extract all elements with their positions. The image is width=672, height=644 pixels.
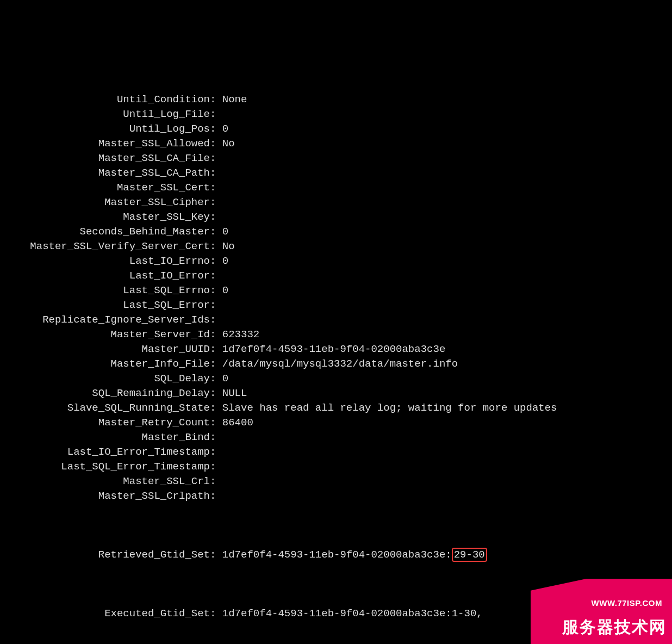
status-row: Seconds_Behind_Master: 0 bbox=[3, 225, 669, 239]
field-value: No bbox=[222, 138, 235, 150]
field-label: Last_SQL_Error bbox=[3, 298, 210, 313]
field-label: SQL_Remaining_Delay bbox=[3, 386, 210, 401]
status-row: Last_SQL_Errno: 0 bbox=[3, 283, 669, 298]
status-row: Slave_SQL_Running_State: Slave has read … bbox=[3, 401, 669, 416]
status-row: Master_Server_Id: 623332 bbox=[3, 327, 669, 342]
field-value: No bbox=[222, 240, 235, 252]
field-label: Seconds_Behind_Master bbox=[3, 225, 210, 239]
status-row: Master_SSL_Crl: bbox=[3, 474, 669, 489]
status-row: Master_SSL_Allowed: No bbox=[3, 137, 669, 151]
status-row: Until_Log_File: bbox=[3, 107, 669, 122]
field-label: Until_Log_File bbox=[3, 107, 210, 122]
field-label: Until_Log_Pos bbox=[3, 122, 210, 137]
status-row: Master_SSL_Verify_Server_Cert: No bbox=[3, 239, 669, 254]
status-row: Last_IO_Error: bbox=[3, 269, 669, 283]
status-row: Replicate_Ignore_Server_Ids: bbox=[3, 313, 669, 327]
highlighted-gtid-range: 29-30 bbox=[452, 548, 487, 562]
field-label: Last_IO_Errno bbox=[3, 254, 210, 269]
status-row: Master_SSL_Crlpath: bbox=[3, 489, 669, 504]
field-label: Master_Bind bbox=[3, 430, 210, 445]
field-label: Master_SSL_CA_Path bbox=[3, 166, 210, 181]
field-label: Master_SSL_Cipher bbox=[3, 195, 210, 210]
field-label: Last_IO_Error bbox=[3, 269, 210, 283]
field-value: 1d7ef0f4-4593-11eb-9f04-02000aba3c3e:1-3… bbox=[222, 608, 483, 620]
field-value: 623332 bbox=[222, 329, 259, 340]
field-label: Master_SSL_Crl bbox=[3, 474, 210, 489]
field-value: Slave has read all relay log; waiting fo… bbox=[222, 402, 557, 414]
status-row: SQL_Delay: 0 bbox=[3, 371, 669, 386]
field-label: SQL_Delay bbox=[3, 371, 210, 386]
field-value: 0 bbox=[222, 284, 228, 296]
field-value: 1d7ef0f4-4593-11eb-9f04-02000aba3c3e:29-… bbox=[222, 549, 487, 561]
field-label: Last_IO_Error_Timestamp bbox=[3, 445, 210, 460]
status-row: Master_SSL_CA_File: bbox=[3, 151, 669, 166]
field-label: Last_SQL_Errno bbox=[3, 283, 210, 298]
field-label: Until_Condition bbox=[3, 92, 210, 107]
status-row: Master_SSL_Key: bbox=[3, 210, 669, 225]
status-row: Master_UUID: 1d7ef0f4-4593-11eb-9f04-020… bbox=[3, 342, 669, 357]
field-value: /data/mysql/mysql3332/data/master.info bbox=[222, 358, 458, 370]
status-row: Last_SQL_Error: bbox=[3, 298, 669, 313]
field-label: Master_SSL_Crlpath bbox=[3, 489, 210, 504]
field-label: Master_Retry_Count bbox=[3, 416, 210, 430]
field-label: Master_Server_Id bbox=[3, 327, 210, 342]
field-label: Master_SSL_Verify_Server_Cert bbox=[3, 239, 210, 254]
field-label: Master_SSL_CA_File bbox=[3, 151, 210, 166]
field-value: 0 bbox=[222, 226, 228, 238]
field-value: 1d7ef0f4-4593-11eb-9f04-02000aba3c3e bbox=[222, 343, 445, 355]
field-label: Replicate_Ignore_Server_Ids bbox=[3, 313, 210, 327]
field-value: 86400 bbox=[222, 417, 253, 429]
field-label: Master_SSL_Key bbox=[3, 210, 210, 225]
status-row: Last_IO_Error_Timestamp: bbox=[3, 445, 669, 460]
field-value: NULL bbox=[222, 387, 247, 399]
terminal-output[interactable]: Until_Condition: NoneUntil_Log_File: Unt… bbox=[0, 59, 672, 644]
field-label: Master_SSL_Allowed bbox=[3, 137, 210, 151]
field-label: Last_SQL_Error_Timestamp bbox=[3, 460, 210, 474]
field-value: 0 bbox=[222, 373, 228, 385]
field-label: Retrieved_Gtid_Set bbox=[3, 548, 210, 562]
field-value: 0 bbox=[222, 255, 228, 267]
status-row: Master_Bind: bbox=[3, 430, 669, 445]
status-row: Until_Log_Pos: 0 bbox=[3, 122, 669, 137]
field-label: Master_SSL_Cert bbox=[3, 181, 210, 195]
status-row: Master_Retry_Count: 86400 bbox=[3, 416, 669, 430]
status-row: SQL_Remaining_Delay: NULL bbox=[3, 386, 669, 401]
status-row: Last_IO_Errno: 0 bbox=[3, 254, 669, 269]
field-label: Slave_SQL_Running_State bbox=[3, 401, 210, 416]
status-row: Master_SSL_Cert: bbox=[3, 181, 669, 195]
status-row: Until_Condition: None bbox=[3, 92, 669, 107]
field-label: Executed_Gtid_Set bbox=[3, 606, 210, 621]
status-row-retrieved-gtid: Retrieved_Gtid_Set: 1d7ef0f4-4593-11eb-9… bbox=[3, 548, 669, 562]
status-row-executed-gtid: Executed_Gtid_Set: 1d7ef0f4-4593-11eb-9f… bbox=[3, 606, 669, 621]
status-row: Last_SQL_Error_Timestamp: bbox=[3, 460, 669, 474]
field-label: Master_UUID bbox=[3, 342, 210, 357]
field-value: None bbox=[222, 94, 247, 106]
field-value: 0 bbox=[222, 123, 228, 135]
field-label: Master_Info_File bbox=[3, 357, 210, 371]
status-row: Master_SSL_Cipher: bbox=[3, 195, 669, 210]
status-row: Master_Info_File: /data/mysql/mysql3332/… bbox=[3, 357, 669, 371]
status-row: Master_SSL_CA_Path: bbox=[3, 166, 669, 181]
